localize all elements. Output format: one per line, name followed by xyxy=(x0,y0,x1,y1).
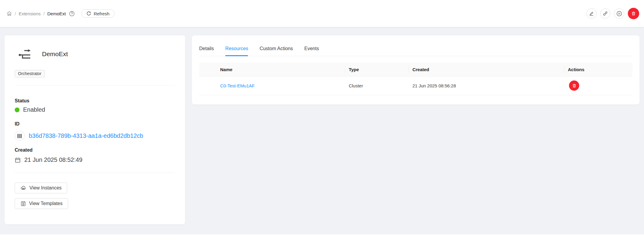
calendar-icon xyxy=(15,157,21,163)
bottom-page-edge xyxy=(0,234,644,236)
sync-icon xyxy=(86,11,91,16)
resource-name-link[interactable]: C0-Test-EMu1AF xyxy=(220,83,255,88)
status-value: Enabled xyxy=(23,106,45,113)
delete-resource-button[interactable] xyxy=(569,80,579,91)
api-connection-button[interactable] xyxy=(600,8,610,19)
entity-detail-card: Details Resources Custom Actions Events … xyxy=(192,35,640,104)
edit-pencil-icon xyxy=(589,11,594,16)
resource-type-cell: Cluster xyxy=(345,76,409,95)
question-circle-icon[interactable] xyxy=(69,11,75,17)
refresh-button-label: Refresh xyxy=(94,11,109,16)
created-value: 21 Jun 2025 08:52:49 xyxy=(24,156,82,163)
breadcrumb-item-current: DemoExt xyxy=(47,11,66,16)
api-plug-icon xyxy=(603,11,608,16)
created-label: Created xyxy=(15,147,175,153)
tab-custom-actions[interactable]: Custom Actions xyxy=(259,46,293,56)
view-instances-button[interactable]: View Instances xyxy=(15,183,67,193)
edit-button[interactable] xyxy=(586,8,597,19)
cloud-server-icon xyxy=(20,185,26,191)
save-template-icon xyxy=(20,201,26,207)
table-row: C0-Test-EMu1AF Cluster 21 Jun 2025 08:56… xyxy=(199,76,632,95)
entity-summary-card: DemoExt Orchestrator Status Enabled ID b… xyxy=(4,35,185,224)
created-row: 21 Jun 2025 08:52:49 xyxy=(15,156,175,163)
trash-icon xyxy=(572,83,577,88)
status-label: Status xyxy=(15,98,175,104)
breadcrumb-item-extensions[interactable]: Extensions xyxy=(19,11,40,16)
breadcrumb-separator: / xyxy=(15,11,16,16)
main-content: DemoExt Orchestrator Status Enabled ID b… xyxy=(0,27,644,224)
status-enabled-dot xyxy=(15,107,19,112)
view-instances-label: View Instances xyxy=(29,185,61,191)
id-label: ID xyxy=(15,121,175,127)
orchestrator-flow-icon xyxy=(18,48,31,60)
tab-details[interactable]: Details xyxy=(199,46,214,56)
view-templates-label: View Templates xyxy=(29,201,62,206)
tab-bar: Details Resources Custom Actions Events xyxy=(199,35,632,56)
breadcrumb: / Extensions / DemoExt xyxy=(7,11,75,17)
entity-id-link[interactable]: b36d7838-789b-4313-aa1a-ed6bd2db12cb xyxy=(29,132,143,139)
delete-extension-button[interactable] xyxy=(628,8,639,19)
pause-button[interactable] xyxy=(614,8,624,19)
column-header-created: Created xyxy=(409,63,564,76)
breadcrumb-separator: / xyxy=(43,11,45,16)
status-row: Enabled xyxy=(15,106,175,113)
top-header-bar: / Extensions / DemoExt Refresh xyxy=(0,0,644,27)
resource-created-cell: 21 Jun 2025 08:56:28 xyxy=(409,76,564,95)
table-header-row: Name Type Created Actions xyxy=(199,63,632,76)
barcode-icon xyxy=(15,131,25,141)
column-header-actions: Actions xyxy=(564,63,632,76)
column-header-name: Name xyxy=(199,63,345,76)
tab-events[interactable]: Events xyxy=(304,46,319,56)
entity-type-tag: Orchestrator xyxy=(15,70,45,77)
view-templates-button[interactable]: View Templates xyxy=(15,198,68,209)
home-icon[interactable] xyxy=(7,11,12,16)
entity-title: DemoExt xyxy=(42,50,68,58)
pause-circle-icon xyxy=(616,11,622,17)
refresh-button[interactable]: Refresh xyxy=(81,9,115,18)
tab-resources[interactable]: Resources xyxy=(225,46,248,56)
resources-table: Name Type Created Actions C0-Test-EMu1AF… xyxy=(199,63,632,95)
column-header-type: Type xyxy=(345,63,409,76)
divider xyxy=(15,85,175,86)
topbar-actions xyxy=(586,8,639,19)
trash-icon xyxy=(631,11,636,16)
entity-header: DemoExt xyxy=(18,48,175,60)
divider xyxy=(15,173,175,173)
id-row: b36d7838-789b-4313-aa1a-ed6bd2db12cb xyxy=(15,131,175,141)
